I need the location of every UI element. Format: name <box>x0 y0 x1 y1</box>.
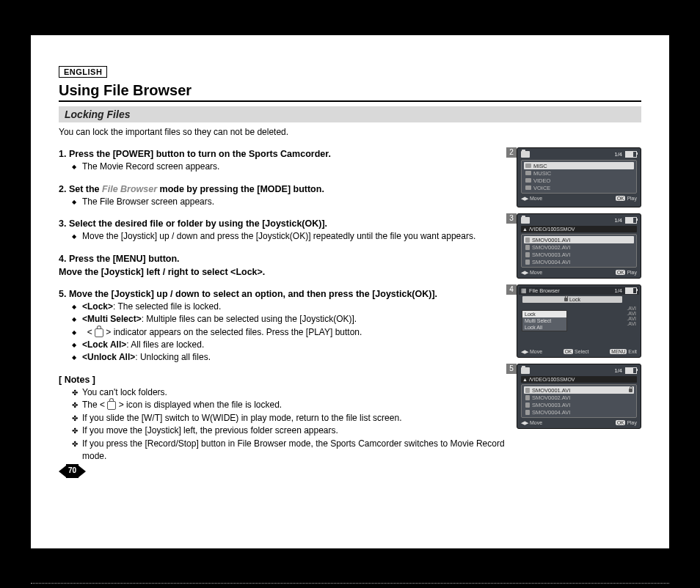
bg-file: .AVI <box>627 306 636 311</box>
play-hint: OK Play <box>616 270 637 276</box>
path-bar: ▲ /VIDEO/100SSMOV <box>521 226 637 232</box>
step-2-head-b: mode by pressing the [MODE] button. <box>157 184 324 194</box>
file-icon <box>525 395 530 400</box>
step-2: 2. Set the File Browser mode by pressing… <box>59 183 506 209</box>
menu-item-multi: Multi Select <box>522 317 566 324</box>
step-3-head: 3. Select the desired file or folder by … <box>59 217 506 230</box>
instruction-column: 1. Press the [POWER] button to turn on t… <box>59 147 506 478</box>
list-item: SMOV0004.AVI <box>532 259 570 265</box>
lock-icon <box>107 401 116 410</box>
folder-icon <box>521 151 530 158</box>
notes-heading: [ Notes ] <box>59 373 506 386</box>
lock-icon <box>629 389 632 392</box>
battery-icon <box>625 217 637 224</box>
screenshot-5: 5 1/4 ▲ /VIDEO/100SSMOV SMOV0001.AVI SMO… <box>517 364 641 429</box>
note-2: The < > icon is displayed when the file … <box>72 399 506 411</box>
list-item: VIDEO <box>533 177 550 184</box>
step-3: 3. Select the desired file or folder by … <box>59 217 506 243</box>
file-browser-term: File Browser <box>102 184 157 194</box>
folder-icon <box>525 171 531 175</box>
move-hint: ◀▶ Move <box>521 420 542 426</box>
triangle-left-icon <box>59 466 66 477</box>
screenshot-badge-3: 3 <box>506 213 517 224</box>
page-number-badge: 70 <box>59 464 506 478</box>
screenshot-badge-5: 5 <box>506 364 517 374</box>
file-list: SMOV0001.AVI SMOV0002.AVI SMOV0003.AVI S… <box>521 384 637 418</box>
bg-file: .AVI <box>627 311 636 316</box>
file-icon <box>525 252 530 257</box>
file-icon <box>525 238 530 243</box>
menu-item-lock: Lock <box>522 311 566 317</box>
move-hint: ◀▶ Move <box>521 270 542 276</box>
intro-text: You can lock the important files so they… <box>59 127 641 137</box>
list-item: SMOV0003.AVI <box>532 251 570 258</box>
battery-icon <box>625 367 637 374</box>
counter: 1/4 <box>615 151 622 158</box>
battery-icon <box>625 151 637 158</box>
counter: 1/4 <box>615 217 622 224</box>
counter: 1/4 <box>615 367 622 374</box>
screenshot-badge-2: 2 <box>506 147 517 158</box>
file-icon <box>525 388 530 393</box>
page-title: Using File Browser <box>59 82 641 99</box>
file-icon <box>525 245 530 250</box>
footer-rule <box>31 583 669 584</box>
section-heading: Locking Files <box>59 106 641 122</box>
file-list: SMOV0001.AVI SMOV0002.AVI SMOV0003.AVI S… <box>521 234 637 268</box>
file-icon <box>525 403 530 408</box>
title-rule <box>59 100 641 102</box>
counter: 1/4 <box>615 287 622 294</box>
list-item: SMOV0002.AVI <box>532 244 570 251</box>
select-hint: OK Select <box>564 349 589 355</box>
step-1-head: 1. Press the [POWER] button to turn on t… <box>59 147 506 161</box>
play-hint: OK Play <box>616 420 637 426</box>
folder-list: MISC MUSIC VIDEO VOICE <box>521 160 637 194</box>
list-item: SMOV0004.AVI <box>532 409 570 416</box>
list-item: VOICE <box>533 185 550 191</box>
note-4: If you move the [Joystick] left, the pre… <box>72 425 506 437</box>
list-item: MUSIC <box>533 170 551 177</box>
lock-tab: Lock <box>522 296 622 303</box>
screenshot-3: 3 1/4 ▲ /VIDEO/100SSMOV SMOV0001.AVI SMO… <box>517 213 641 279</box>
step-3-sub: Move the [Joystick] up / down and press … <box>72 230 506 243</box>
step-4: 4. Press the [MENU] button. Move the [Jo… <box>59 252 506 279</box>
lock-icon <box>95 328 103 337</box>
step-5-sub-unlockall: <Unlock All>: Unlocking all files. <box>72 351 506 364</box>
folder-icon <box>525 178 531 183</box>
note-1: You can't lock folders. <box>72 386 506 399</box>
bg-file: .AVI <box>627 321 636 326</box>
note-3: If you slide the [W/T] switch to W(WIDE)… <box>72 412 506 425</box>
step-5-head: 5. Move the [Joystick] up / down to sele… <box>59 287 506 301</box>
play-hint: OK Play <box>616 196 637 202</box>
fb-title: File Browser <box>529 287 560 294</box>
folder-icon <box>525 163 531 168</box>
step-5-sub-multi: <Multi Select>: Multiple files can be se… <box>72 313 506 326</box>
page-number: 70 <box>66 464 79 478</box>
file-icon <box>525 260 530 265</box>
step-4-head-a: 4. Press the [MENU] button. <box>59 252 506 265</box>
manual-page: ENGLISH Using File Browser Locking Files… <box>31 35 669 548</box>
folder-icon <box>521 217 530 224</box>
lock-icon <box>564 298 568 301</box>
step-2-sub: The File Browser screen appears. <box>72 196 506 208</box>
step-5-sub-lock: <Lock>: The selected file is locked. <box>72 301 506 313</box>
step-5: 5. Move the [Joystick] up / down to sele… <box>59 287 506 364</box>
lock-menu: Lock Multi Select Lock All <box>522 310 567 331</box>
folder-icon <box>521 367 530 374</box>
file-icon <box>525 410 530 415</box>
step-5-sub-lockall: <Lock All>: All files are locked. <box>72 339 506 351</box>
move-hint: ◀▶ Move <box>521 349 542 355</box>
screenshots-column: 2 1/4 MISC MUSIC VIDEO VOICE <box>517 147 641 478</box>
bg-file: .AVI <box>627 316 636 321</box>
step-4-head-b: Move the [Joystick] left / right to sele… <box>59 265 506 279</box>
list-item: MISC <box>533 163 547 169</box>
path-bar: ▲ /VIDEO/100SSMOV <box>521 376 637 383</box>
screenshot-4: 4 ▦File Browser 1/4 Lock .AVI <box>517 284 641 358</box>
exit-hint: MENU Exit <box>610 349 637 355</box>
list-item: SMOV0001.AVI <box>532 387 570 394</box>
note-5: If you press the [Record/Stop] button in… <box>72 438 506 463</box>
step-1-sub: The Movie Record screen appears. <box>72 161 506 173</box>
triangle-right-icon <box>79 466 86 477</box>
battery-icon <box>625 287 637 294</box>
list-item: SMOV0002.AVI <box>532 394 570 401</box>
